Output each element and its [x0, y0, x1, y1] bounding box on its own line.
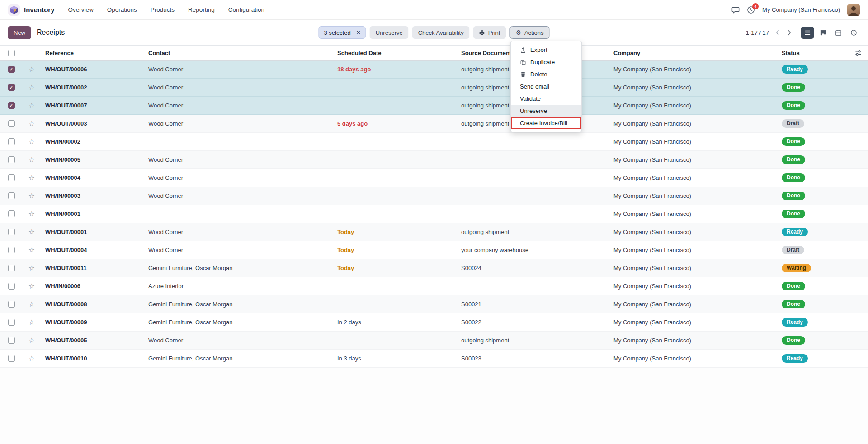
row-checkbox[interactable]	[8, 301, 15, 308]
activities-icon[interactable]: 4	[747, 6, 755, 14]
star-icon[interactable]: ☆	[28, 137, 35, 146]
star-icon[interactable]: ☆	[28, 282, 35, 290]
row-checkbox[interactable]	[8, 102, 15, 109]
star-icon[interactable]: ☆	[28, 336, 35, 345]
cell-contact: Gemini Furniture, Oscar Morgan	[144, 301, 333, 308]
cell-company: My Company (San Francisco)	[609, 174, 777, 181]
star-icon[interactable]: ☆	[28, 354, 35, 363]
row-checkbox[interactable]	[8, 192, 15, 199]
print-button[interactable]: Print	[473, 26, 506, 39]
inventory-receipts-page: Inventory OverviewOperationsProductsRepo…	[0, 0, 868, 444]
view-list-button[interactable]	[801, 27, 814, 39]
column-adjust-icon[interactable]	[855, 50, 862, 56]
star-icon[interactable]: ☆	[28, 119, 35, 128]
star-icon[interactable]: ☆	[28, 210, 35, 218]
star-icon[interactable]: ☆	[28, 173, 35, 182]
actions-menu-item-validate[interactable]: Validate	[511, 93, 581, 105]
actions-button[interactable]: ⚙ Actions	[509, 26, 549, 39]
table-row[interactable]: ☆ WH/IN/00006 Azure Interior My Company …	[0, 277, 868, 295]
table-row[interactable]: ☆ WH/OUT/00009 Gemini Furniture, Oscar M…	[0, 313, 868, 332]
star-icon[interactable]: ☆	[28, 83, 35, 92]
table-row[interactable]: ☆ WH/OUT/00004 Wood Corner Today your co…	[0, 241, 868, 259]
row-checkbox[interactable]	[8, 229, 15, 235]
menu-item-operations[interactable]: Operations	[107, 6, 137, 13]
row-checkbox[interactable]	[8, 265, 15, 271]
column-header-status[interactable]: Status	[777, 50, 868, 56]
row-checkbox[interactable]	[8, 174, 15, 181]
table-row[interactable]: ☆ WH/IN/00002 My Company (San Francisco)…	[0, 133, 868, 151]
column-header-company[interactable]: Company	[609, 50, 777, 56]
check-availability-button[interactable]: Check Availability	[412, 26, 470, 39]
unreserve-button[interactable]: Unreserve	[370, 26, 409, 39]
view-kanban-icon	[820, 29, 826, 36]
table-row[interactable]: ☆ WH/OUT/00011 Gemini Furniture, Oscar M…	[0, 259, 868, 277]
row-checkbox[interactable]	[8, 84, 15, 91]
menu-item-configuration[interactable]: Configuration	[228, 6, 264, 13]
chevron-left-icon[interactable]	[774, 29, 781, 36]
column-header-contact[interactable]: Contact	[144, 50, 333, 56]
table-row[interactable]: ☆ WH/OUT/00005 Wood Corner outgoing ship…	[0, 332, 868, 350]
table-row[interactable]: ☆ WH/OUT/00003 Wood Corner 5 days ago ou…	[0, 115, 868, 133]
table-row[interactable]: ☆ WH/OUT/00002 Wood Corner outgoing ship…	[0, 79, 868, 97]
star-icon[interactable]: ☆	[28, 101, 35, 110]
actions-menu-item-unreserve[interactable]: Unreserve	[511, 105, 581, 117]
messages-icon[interactable]	[731, 6, 740, 14]
table-row[interactable]: ☆ WH/IN/00005 Wood Corner My Company (Sa…	[0, 151, 868, 169]
new-button[interactable]: New	[8, 26, 31, 39]
actions-menu-item-delete[interactable]: Delete	[511, 68, 581, 80]
table-row[interactable]: ☆ WH/OUT/00001 Wood Corner Today outgoin…	[0, 223, 868, 241]
cell-scheduled-date: Today	[333, 265, 457, 271]
star-icon[interactable]: ☆	[28, 155, 35, 164]
star-icon[interactable]: ☆	[28, 65, 35, 74]
app-switcher[interactable]: Inventory	[8, 4, 55, 16]
view-activity-button[interactable]	[847, 27, 860, 39]
column-header-scheduled-date[interactable]: Scheduled Date	[333, 50, 457, 56]
cell-contact: Gemini Furniture, Oscar Morgan	[144, 319, 333, 326]
actions-menu-item-duplicate[interactable]: Duplicate	[511, 56, 581, 68]
table-row[interactable]: ☆ WH/IN/00004 Wood Corner My Company (Sa…	[0, 169, 868, 187]
star-icon[interactable]: ☆	[28, 228, 35, 236]
table-row[interactable]: ☆ WH/OUT/00008 Gemini Furniture, Oscar M…	[0, 295, 868, 313]
actions-menu-item-send-email[interactable]: Send email	[511, 80, 581, 93]
star-icon[interactable]: ☆	[28, 318, 35, 327]
company-switcher[interactable]: My Company (San Francisco)	[762, 6, 840, 13]
row-checkbox[interactable]	[8, 355, 15, 362]
view-kanban-button[interactable]	[816, 27, 830, 39]
table-row[interactable]: ☆ WH/OUT/00010 Gemini Furniture, Oscar M…	[0, 350, 868, 368]
menu-item-products[interactable]: Products	[151, 6, 175, 13]
star-icon[interactable]: ☆	[28, 300, 35, 308]
view-calendar-button[interactable]	[831, 27, 845, 39]
table-row[interactable]: ☆ WH/OUT/00007 Wood Corner outgoing ship…	[0, 97, 868, 115]
row-checkbox[interactable]	[8, 283, 15, 290]
menu-item-reporting[interactable]: Reporting	[188, 6, 215, 13]
table-row[interactable]: ☆ WH/OUT/00006 Wood Corner 18 days ago o…	[0, 61, 868, 79]
table-row[interactable]: ☆ WH/IN/00003 Wood Corner My Company (Sa…	[0, 187, 868, 205]
user-avatar[interactable]	[847, 4, 860, 16]
row-checkbox[interactable]	[8, 210, 15, 217]
cell-contact: Wood Corner	[144, 84, 333, 91]
row-checkbox[interactable]	[8, 138, 15, 145]
star-icon[interactable]: ☆	[28, 264, 35, 272]
row-checkbox[interactable]	[8, 337, 15, 344]
column-header-reference[interactable]: Reference	[41, 50, 144, 56]
app-name[interactable]: Inventory	[24, 6, 55, 14]
actions-menu-item-create-invoice-bill[interactable]: Create Invoice/Bill	[511, 117, 581, 129]
table-row[interactable]: ☆ WH/IN/00001 My Company (San Francisco)…	[0, 205, 868, 223]
cell-reference: WH/IN/00001	[41, 210, 144, 217]
row-checkbox[interactable]	[8, 156, 15, 163]
chevron-right-icon[interactable]	[786, 29, 793, 36]
row-checkbox[interactable]	[8, 247, 15, 253]
actions-menu-item-export[interactable]: Export	[511, 44, 581, 56]
menu-item-overview[interactable]: Overview	[68, 6, 94, 13]
close-icon[interactable]: ✕	[356, 29, 361, 36]
row-checkbox[interactable]	[8, 120, 15, 127]
row-checkbox[interactable]	[8, 319, 15, 326]
actions-dropdown: Export Duplicate Delete Send email Valid…	[510, 41, 582, 132]
row-checkbox[interactable]	[8, 66, 15, 73]
cell-contact: Wood Corner	[144, 192, 333, 199]
star-icon[interactable]: ☆	[28, 246, 35, 254]
star-icon[interactable]: ☆	[28, 192, 35, 200]
select-all-checkbox[interactable]	[8, 50, 15, 56]
navbar-systray: 4 My Company (San Francisco)	[731, 4, 860, 16]
cell-company: My Company (San Francisco)	[609, 319, 777, 326]
